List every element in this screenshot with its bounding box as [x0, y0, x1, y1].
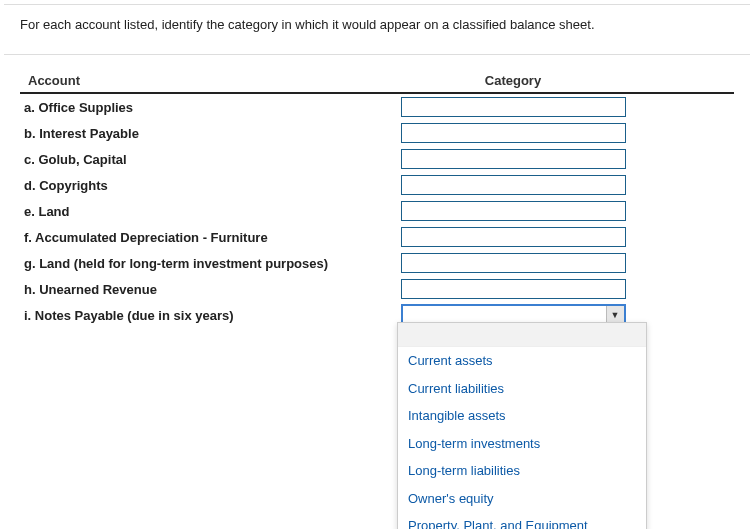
- dropdown-menu: Current assetsCurrent liabilitiesIntangi…: [397, 322, 647, 529]
- dropdown-option[interactable]: Current liabilities: [398, 375, 646, 403]
- header-category: Category: [398, 73, 628, 88]
- account-label: g. Land (held for long-term investment p…: [20, 256, 398, 271]
- table-header: Account Category: [20, 73, 734, 94]
- category-field: [398, 253, 628, 273]
- dropdown-option[interactable]: Owner's equity: [398, 485, 646, 513]
- category-field: [398, 123, 628, 143]
- table-row: g. Land (held for long-term investment p…: [20, 250, 734, 276]
- instruction-text: For each account listed, identify the ca…: [20, 17, 734, 42]
- category-field: [398, 175, 628, 195]
- category-select[interactable]: [401, 227, 626, 247]
- table-row: c. Golub, Capital: [20, 146, 734, 172]
- category-select[interactable]: [401, 149, 626, 169]
- category-select[interactable]: [401, 279, 626, 299]
- rows-container: a. Office Suppliesb. Interest Payablec. …: [20, 94, 734, 328]
- dropdown-option[interactable]: Intangible assets: [398, 402, 646, 430]
- table-row: f. Accumulated Depreciation - Furniture: [20, 224, 734, 250]
- category-select[interactable]: [401, 123, 626, 143]
- category-select[interactable]: [401, 97, 626, 117]
- category-select[interactable]: [401, 201, 626, 221]
- account-label: i. Notes Payable (due in six years): [20, 308, 398, 323]
- category-field: [398, 97, 628, 117]
- question-container: For each account listed, identify the ca…: [4, 4, 750, 55]
- category-select[interactable]: [401, 175, 626, 195]
- dropdown-option[interactable]: Current assets: [398, 347, 646, 375]
- account-label: b. Interest Payable: [20, 126, 398, 141]
- category-field: [398, 227, 628, 247]
- table-row: d. Copyrights: [20, 172, 734, 198]
- table-row: b. Interest Payable: [20, 120, 734, 146]
- account-label: h. Unearned Revenue: [20, 282, 398, 297]
- table-row: h. Unearned Revenue: [20, 276, 734, 302]
- category-select[interactable]: [401, 253, 626, 273]
- dropdown-option[interactable]: Long-term liabilities: [398, 457, 646, 485]
- account-label: d. Copyrights: [20, 178, 398, 193]
- table-row: a. Office Supplies: [20, 94, 734, 120]
- account-label: f. Accumulated Depreciation - Furniture: [20, 230, 398, 245]
- account-label: a. Office Supplies: [20, 100, 398, 115]
- account-label: e. Land: [20, 204, 398, 219]
- dropdown-blank-option[interactable]: [398, 323, 646, 347]
- account-label: c. Golub, Capital: [20, 152, 398, 167]
- dropdown-option[interactable]: Long-term investments: [398, 430, 646, 458]
- category-field: [398, 149, 628, 169]
- category-field: [398, 279, 628, 299]
- category-field: [398, 201, 628, 221]
- table-row: e. Land: [20, 198, 734, 224]
- content-area: Account Category a. Office Suppliesb. In…: [0, 73, 754, 328]
- header-account: Account: [20, 73, 398, 88]
- dropdown-option[interactable]: Property, Plant, and Equipment: [398, 512, 646, 529]
